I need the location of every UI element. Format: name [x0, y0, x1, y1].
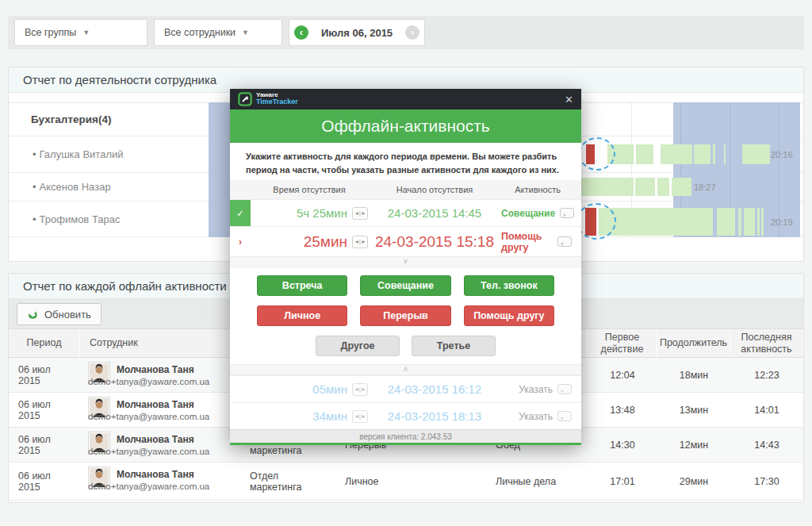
activity-button-conference[interactable]: Совещание: [360, 275, 450, 296]
employee-name: Молчанова Таня: [117, 397, 194, 410]
employees-filter-label: Все сотрудники: [164, 27, 236, 38]
timeline-segment-green: [694, 144, 710, 164]
offline-period-row: 34мин ◄|► 24-03-2015 18:13 Указать: [230, 402, 581, 429]
offline-period-row: › 25мин ◄|► 24-03-2015 15:18 Помощь друг…: [230, 226, 581, 256]
col-first-action: Первое действие: [588, 329, 657, 357]
next-day-button[interactable]: ›: [405, 25, 419, 40]
comment-icon[interactable]: [560, 208, 574, 218]
activity-button-help-friend[interactable]: Помощь другу: [464, 305, 554, 326]
activity-button-third[interactable]: Третье: [412, 336, 496, 356]
timeline-segment-green: [761, 208, 764, 236]
timeline-segment-green: [724, 144, 726, 164]
col-activity: Активность: [501, 185, 581, 194]
timeline-segment-green: [757, 208, 760, 236]
period-activity[interactable]: Указать: [519, 384, 553, 395]
comment-icon[interactable]: [557, 411, 572, 421]
cell-employee: Молчанова Таняdemo+tanya@yaware.com.ua: [80, 428, 240, 462]
timeline-end-time: 18:27: [694, 182, 716, 192]
modal-table-header: Время отсутствия Начало отсутствия Актив…: [230, 180, 581, 199]
cell-period: 06 июл 2015: [9, 428, 80, 462]
activity-button-personal[interactable]: Личное: [257, 305, 347, 326]
split-period-button[interactable]: ◄|►: [352, 207, 368, 220]
col-absence-duration: Время отсутствия: [251, 185, 368, 194]
cell-employee: Молчанова Таняdemo+tanya@yaware.com.ua: [80, 393, 240, 427]
period-activity[interactable]: Совещание: [501, 208, 555, 219]
offline-period-marker[interactable]: [579, 137, 615, 171]
timeline-segment-green: [580, 178, 634, 196]
cell-period: 06 июл 2015: [9, 463, 80, 500]
cell-last-activity: 17:30: [730, 463, 803, 500]
employee-name: Молчанова Таня: [117, 432, 194, 445]
cell-duration: 12мин: [657, 428, 730, 462]
period-start: 24-03-2015 18:13: [368, 409, 501, 423]
timeline-segment-green: [657, 178, 669, 196]
chevron-down-icon: ▼: [242, 29, 249, 36]
timeline-segment-green: [672, 178, 691, 196]
current-row-arrow-icon[interactable]: ›: [230, 227, 251, 256]
offline-report-row: 06 июл 2015Молчанова Таняdemo+tanya@yawa…: [9, 463, 803, 501]
offline-activity-modal: Yaware TimeTracker ✕ Оффлайн-активность …: [230, 89, 581, 445]
cell-last-activity: 14:01: [730, 393, 803, 427]
cell-duration: 29мин: [657, 463, 730, 500]
period-duration: 34мин: [312, 409, 347, 423]
activity-button-phone-call[interactable]: Тел. звонок: [464, 275, 554, 296]
timeline-segment-green: [713, 144, 715, 164]
activity-buttons: Встреча Совещание Тел. звонок Личное Пер…: [230, 267, 581, 364]
period-duration: 25мин: [304, 233, 347, 251]
app-window: Все группы ▼ Все сотрудники ▼ ‹ Июля 06,…: [0, 0, 812, 526]
employees-filter-dropdown[interactable]: Все сотрудники ▼: [154, 19, 282, 46]
refresh-button[interactable]: Обновить: [17, 303, 102, 325]
employee-email: demo+tanya@yaware.com.ua: [88, 447, 232, 456]
cell-last-activity: 12:23: [730, 358, 803, 392]
period-activity[interactable]: Помощь другу: [501, 231, 553, 253]
confirmed-check-icon[interactable]: ✓: [230, 200, 251, 226]
cell-period: 06 июл 2015: [9, 358, 80, 392]
timeline-segment-green: [742, 144, 770, 164]
period-duration: 5ч 25мин: [297, 206, 347, 220]
period-activity[interactable]: Указать: [519, 411, 553, 422]
employee-email: demo+tanya@yaware.com.ua: [88, 377, 232, 386]
split-period-button[interactable]: ◄|►: [352, 236, 368, 248]
filter-bar: Все группы ▼ Все сотрудники ▼ ‹ Июля 06,…: [8, 16, 804, 49]
expand-rows-button[interactable]: ˄: [230, 364, 581, 375]
period-start: 24-03-2015 16:12: [368, 382, 501, 396]
activity-button-meeting[interactable]: Встреча: [257, 275, 347, 296]
close-icon[interactable]: ✕: [565, 94, 573, 106]
period-start: 24-03-2015 14:45: [368, 206, 501, 220]
cell-duration: 13мин: [657, 393, 730, 427]
refresh-icon: [27, 309, 39, 321]
comment-icon[interactable]: [557, 384, 572, 394]
col-employee: Сотрудник: [80, 329, 240, 357]
groups-filter-dropdown[interactable]: Все группы ▼: [14, 19, 147, 46]
modal-titlebar: Yaware TimeTracker ✕: [230, 89, 581, 109]
activity-button-other[interactable]: Другое: [316, 336, 400, 356]
prev-day-button[interactable]: ‹: [294, 25, 308, 40]
brand-product: TimeTracker: [256, 98, 298, 106]
cell-comment: Личные дела: [486, 463, 588, 500]
modal-title-band: Оффлайн-активность: [230, 109, 581, 143]
employee-name: Молчанова Таня: [117, 362, 194, 375]
employee-email: demo+tanya@yaware.com.ua: [88, 482, 232, 491]
collapse-rows-button[interactable]: ˅: [230, 256, 581, 267]
cell-employee: Молчанова Таняdemo+tanya@yaware.com.ua: [80, 463, 240, 500]
timeline-segment-green: [717, 208, 735, 236]
chevron-down-icon: ˅: [404, 257, 408, 266]
employee-name: Молчанова Таня: [117, 466, 194, 480]
cell-first-action: 13:48: [588, 393, 657, 427]
period-start: 24-03-2015 15:18: [368, 233, 501, 251]
current-date-label[interactable]: Июля 06, 2015: [321, 27, 393, 39]
cell-activity: Личное: [335, 463, 486, 500]
timeline-segment-green: [636, 144, 653, 164]
employee-email: demo+tanya@yaware.com.ua: [88, 412, 232, 421]
cell-last-activity: 14:43: [730, 428, 803, 462]
timeline-end-time: 20:16: [771, 150, 793, 159]
chevron-down-icon: ▼: [82, 29, 90, 36]
split-period-button[interactable]: ◄|►: [352, 410, 368, 423]
groups-filter-label: Все группы: [25, 27, 76, 38]
timeline-end-time: 20:19: [771, 217, 793, 227]
split-period-button[interactable]: ◄|►: [352, 383, 368, 396]
cell-first-action: 17:01: [588, 463, 657, 500]
activity-button-break[interactable]: Перерыв: [360, 305, 450, 326]
col-absence-start: Начало отсутствия: [368, 185, 501, 194]
comment-icon[interactable]: [557, 236, 572, 247]
